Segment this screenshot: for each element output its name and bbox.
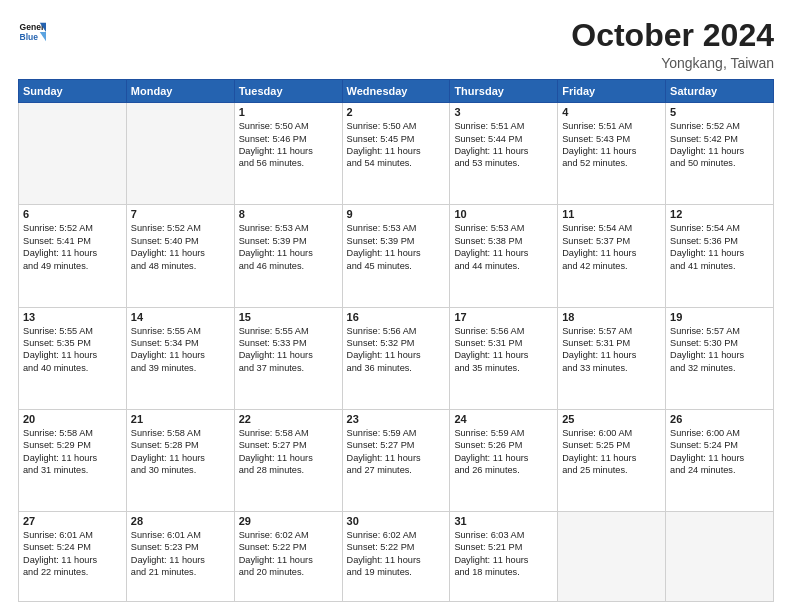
cell-info-line: Daylight: 11 hours xyxy=(131,247,230,259)
cell-info-line: Sunset: 5:35 PM xyxy=(23,337,122,349)
calendar-cell: 21Sunrise: 5:58 AMSunset: 5:28 PMDayligh… xyxy=(126,409,234,511)
calendar-cell: 11Sunrise: 5:54 AMSunset: 5:37 PMDayligh… xyxy=(558,205,666,307)
calendar-week-row: 1Sunrise: 5:50 AMSunset: 5:46 PMDaylight… xyxy=(19,103,774,205)
cell-info-line: Daylight: 11 hours xyxy=(670,145,769,157)
cell-info-line: Daylight: 11 hours xyxy=(454,145,553,157)
cell-info-line: Sunset: 5:33 PM xyxy=(239,337,338,349)
cell-info-line: Sunset: 5:38 PM xyxy=(454,235,553,247)
day-number: 6 xyxy=(23,208,122,220)
cell-info-line: and 41 minutes. xyxy=(670,260,769,272)
cell-info-line: and 39 minutes. xyxy=(131,362,230,374)
cell-info-line: Sunset: 5:32 PM xyxy=(347,337,446,349)
cell-info-line: Sunrise: 6:03 AM xyxy=(454,529,553,541)
cell-info-line: Daylight: 11 hours xyxy=(562,145,661,157)
calendar-cell xyxy=(666,511,774,601)
calendar-cell: 13Sunrise: 5:55 AMSunset: 5:35 PMDayligh… xyxy=(19,307,127,409)
logo: General Blue xyxy=(18,18,46,46)
cell-info-line: Sunset: 5:22 PM xyxy=(347,541,446,553)
cell-info-line: Sunrise: 5:55 AM xyxy=(131,325,230,337)
cell-info-line: Sunset: 5:22 PM xyxy=(239,541,338,553)
cell-info-line: and 30 minutes. xyxy=(131,464,230,476)
weekday-header: Wednesday xyxy=(342,80,450,103)
cell-info-line: and 31 minutes. xyxy=(23,464,122,476)
cell-info-line: Sunset: 5:28 PM xyxy=(131,439,230,451)
calendar-cell: 25Sunrise: 6:00 AMSunset: 5:25 PMDayligh… xyxy=(558,409,666,511)
cell-info-line: and 56 minutes. xyxy=(239,157,338,169)
day-number: 15 xyxy=(239,311,338,323)
cell-info-line: Sunrise: 6:00 AM xyxy=(562,427,661,439)
calendar-cell: 14Sunrise: 5:55 AMSunset: 5:34 PMDayligh… xyxy=(126,307,234,409)
cell-info-line: Daylight: 11 hours xyxy=(347,247,446,259)
svg-text:Blue: Blue xyxy=(20,32,39,42)
cell-info-line: and 50 minutes. xyxy=(670,157,769,169)
calendar-cell: 10Sunrise: 5:53 AMSunset: 5:38 PMDayligh… xyxy=(450,205,558,307)
cell-info-line: Daylight: 11 hours xyxy=(454,349,553,361)
day-number: 9 xyxy=(347,208,446,220)
calendar-cell: 19Sunrise: 5:57 AMSunset: 5:30 PMDayligh… xyxy=(666,307,774,409)
cell-info-line: and 49 minutes. xyxy=(23,260,122,272)
month-title: October 2024 xyxy=(571,18,774,53)
cell-info-line: Sunrise: 6:02 AM xyxy=(239,529,338,541)
cell-info-line: Daylight: 11 hours xyxy=(347,554,446,566)
calendar-week-row: 20Sunrise: 5:58 AMSunset: 5:29 PMDayligh… xyxy=(19,409,774,511)
cell-info-line: and 48 minutes. xyxy=(131,260,230,272)
cell-info-line: Sunset: 5:21 PM xyxy=(454,541,553,553)
cell-info-line: Sunrise: 6:01 AM xyxy=(23,529,122,541)
cell-info-line: Daylight: 11 hours xyxy=(131,349,230,361)
cell-info-line: Daylight: 11 hours xyxy=(670,452,769,464)
cell-info-line: Sunset: 5:43 PM xyxy=(562,133,661,145)
day-number: 1 xyxy=(239,106,338,118)
calendar-cell: 8Sunrise: 5:53 AMSunset: 5:39 PMDaylight… xyxy=(234,205,342,307)
calendar-cell: 9Sunrise: 5:53 AMSunset: 5:39 PMDaylight… xyxy=(342,205,450,307)
calendar-cell: 7Sunrise: 5:52 AMSunset: 5:40 PMDaylight… xyxy=(126,205,234,307)
day-number: 16 xyxy=(347,311,446,323)
cell-info-line: Sunset: 5:40 PM xyxy=(131,235,230,247)
cell-info-line: and 35 minutes. xyxy=(454,362,553,374)
day-number: 3 xyxy=(454,106,553,118)
cell-info-line: Sunset: 5:25 PM xyxy=(562,439,661,451)
calendar-cell: 17Sunrise: 5:56 AMSunset: 5:31 PMDayligh… xyxy=(450,307,558,409)
day-number: 11 xyxy=(562,208,661,220)
calendar-cell: 3Sunrise: 5:51 AMSunset: 5:44 PMDaylight… xyxy=(450,103,558,205)
cell-info-line: Sunrise: 6:01 AM xyxy=(131,529,230,541)
weekday-header: Thursday xyxy=(450,80,558,103)
cell-info-line: Sunrise: 5:57 AM xyxy=(670,325,769,337)
cell-info-line: Daylight: 11 hours xyxy=(347,452,446,464)
cell-info-line: and 20 minutes. xyxy=(239,566,338,578)
day-number: 24 xyxy=(454,413,553,425)
cell-info-line: and 37 minutes. xyxy=(239,362,338,374)
title-block: October 2024 Yongkang, Taiwan xyxy=(571,18,774,71)
cell-info-line: Sunrise: 5:56 AM xyxy=(454,325,553,337)
cell-info-line: Sunrise: 5:55 AM xyxy=(23,325,122,337)
cell-info-line: Daylight: 11 hours xyxy=(562,349,661,361)
cell-info-line: Sunset: 5:29 PM xyxy=(23,439,122,451)
cell-info-line: Sunrise: 5:59 AM xyxy=(347,427,446,439)
calendar-week-row: 6Sunrise: 5:52 AMSunset: 5:41 PMDaylight… xyxy=(19,205,774,307)
calendar-cell: 18Sunrise: 5:57 AMSunset: 5:31 PMDayligh… xyxy=(558,307,666,409)
day-number: 20 xyxy=(23,413,122,425)
cell-info-line: Daylight: 11 hours xyxy=(670,247,769,259)
cell-info-line: Sunset: 5:24 PM xyxy=(670,439,769,451)
calendar-cell: 1Sunrise: 5:50 AMSunset: 5:46 PMDaylight… xyxy=(234,103,342,205)
cell-info-line: Daylight: 11 hours xyxy=(347,145,446,157)
cell-info-line: Sunset: 5:26 PM xyxy=(454,439,553,451)
cell-info-line: Sunrise: 6:02 AM xyxy=(347,529,446,541)
calendar-cell xyxy=(126,103,234,205)
cell-info-line: Daylight: 11 hours xyxy=(347,349,446,361)
cell-info-line: Sunset: 5:30 PM xyxy=(670,337,769,349)
cell-info-line: Sunrise: 5:54 AM xyxy=(562,222,661,234)
cell-info-line: Daylight: 11 hours xyxy=(239,247,338,259)
cell-info-line: Sunset: 5:31 PM xyxy=(562,337,661,349)
calendar-cell: 28Sunrise: 6:01 AMSunset: 5:23 PMDayligh… xyxy=(126,511,234,601)
day-number: 22 xyxy=(239,413,338,425)
day-number: 29 xyxy=(239,515,338,527)
cell-info-line: Daylight: 11 hours xyxy=(562,452,661,464)
cell-info-line: Sunrise: 5:50 AM xyxy=(239,120,338,132)
cell-info-line: Sunset: 5:41 PM xyxy=(23,235,122,247)
day-number: 5 xyxy=(670,106,769,118)
cell-info-line: Sunset: 5:23 PM xyxy=(131,541,230,553)
cell-info-line: Daylight: 11 hours xyxy=(454,554,553,566)
cell-info-line: and 28 minutes. xyxy=(239,464,338,476)
cell-info-line: and 46 minutes. xyxy=(239,260,338,272)
cell-info-line: Sunset: 5:45 PM xyxy=(347,133,446,145)
